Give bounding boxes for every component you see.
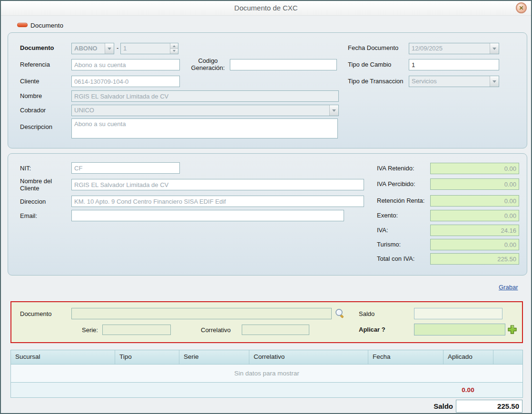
spinner-up-icon bbox=[170, 43, 178, 49]
direccion-input[interactable] bbox=[71, 196, 364, 207]
close-button[interactable]: ✕ bbox=[516, 2, 527, 13]
tipo-documento-value: ABONO bbox=[72, 43, 105, 54]
total-con-iva-field bbox=[430, 253, 519, 265]
exento-field bbox=[430, 210, 519, 221]
cobrador-value: UNICO bbox=[72, 105, 329, 116]
close-icon: ✕ bbox=[519, 5, 523, 11]
descripcion-textarea[interactable]: Abono a su cuenta bbox=[71, 118, 338, 138]
grabar-link[interactable]: Grabar bbox=[499, 284, 518, 291]
grid-empty-message: Sin datos para mostrar bbox=[11, 365, 522, 383]
iva-retenido-label: IVA Retenido: bbox=[377, 165, 414, 172]
tipo-transaccion-value: Servicios bbox=[409, 76, 490, 87]
fecha-documento-value: 12/09/2025 bbox=[409, 43, 490, 54]
direccion-label: Direccion bbox=[20, 198, 46, 205]
aplicar-input[interactable] bbox=[414, 324, 505, 335]
dash-separator: - bbox=[117, 44, 118, 51]
col-tipo[interactable]: Tipo bbox=[115, 350, 179, 364]
nombre-cliente-label: Nombre del Cliente bbox=[20, 177, 62, 192]
chevron-down-icon bbox=[105, 43, 114, 54]
col-fecha[interactable]: Fecha bbox=[368, 350, 443, 364]
tipo-transaccion-select: Servicios bbox=[409, 76, 499, 87]
exento-label: Exento: bbox=[377, 212, 398, 219]
fecha-documento-select: 12/09/2025 bbox=[409, 43, 499, 54]
cobrador-label: Cobrador bbox=[20, 107, 46, 114]
col-aplicado[interactable]: Aplicado bbox=[443, 350, 493, 364]
col-extra bbox=[493, 350, 522, 364]
retencion-renta-field bbox=[430, 195, 519, 207]
correlativo-input[interactable] bbox=[242, 325, 309, 335]
documents-grid: Sucursal Tipo Serie Correlativo Fecha Ap… bbox=[10, 350, 523, 398]
descripcion-label: Descripcion bbox=[20, 123, 52, 130]
col-correlativo[interactable]: Correlativo bbox=[249, 350, 368, 364]
grid-footer-row: 0.00 bbox=[11, 383, 522, 397]
iva-percibido-field bbox=[430, 178, 519, 190]
apply-documento-input[interactable] bbox=[71, 308, 332, 319]
chevron-down-icon bbox=[490, 76, 499, 87]
dialog-title: Documento de CXC bbox=[1, 1, 531, 15]
codigo-generacion-label: Codigo Generación: bbox=[188, 57, 228, 71]
documento-label: Documento bbox=[20, 44, 54, 51]
cliente-input[interactable] bbox=[71, 76, 180, 87]
saldo-total-value: 225.50 bbox=[456, 400, 522, 413]
col-serie[interactable]: Serie bbox=[179, 350, 249, 364]
apply-documento-label: Documento bbox=[20, 310, 51, 317]
tipo-cambio-input[interactable] bbox=[409, 59, 499, 70]
nombre-cliente-input[interactable] bbox=[71, 179, 364, 190]
turismo-field bbox=[430, 239, 519, 250]
total-con-iva-label: Total con IVA: bbox=[377, 255, 414, 262]
fecha-documento-label: Fecha Documento bbox=[348, 44, 398, 51]
nombre-label: Nombre bbox=[20, 92, 42, 99]
aplicar-label: Aplicar ? bbox=[359, 326, 385, 333]
saldo-total-label: Saldo bbox=[405, 402, 453, 410]
tipo-cambio-label: Tipo de Cambio bbox=[348, 61, 391, 68]
correlativo-label: Correlativo bbox=[201, 326, 231, 334]
referencia-label: Referencia bbox=[20, 61, 50, 68]
email-label: Email: bbox=[20, 212, 37, 219]
aplicado-total: 0.00 bbox=[443, 383, 493, 397]
turismo-label: Turismo: bbox=[377, 241, 401, 248]
cobrador-select: UNICO bbox=[71, 105, 339, 116]
iva-field bbox=[430, 225, 519, 236]
add-plus-icon[interactable] bbox=[507, 325, 517, 336]
referencia-input[interactable] bbox=[71, 59, 180, 70]
iva-label: IVA: bbox=[377, 227, 388, 234]
email-input[interactable] bbox=[71, 210, 344, 221]
serie-label: Serie: bbox=[82, 326, 98, 334]
codigo-generacion-input[interactable] bbox=[230, 59, 337, 70]
serie-input[interactable] bbox=[102, 325, 171, 335]
nit-label: NIT: bbox=[20, 165, 31, 172]
retencion-renta-label: Retención Renta: bbox=[377, 197, 424, 204]
search-icon[interactable] bbox=[335, 308, 346, 321]
title-bar: Documento de CXC bbox=[1, 1, 531, 16]
nombre-input bbox=[71, 90, 339, 102]
collapse-minus-icon[interactable] bbox=[17, 23, 28, 27]
chevron-down-icon bbox=[329, 105, 338, 116]
section-header-label: Documento bbox=[30, 22, 63, 29]
cxc-dialog-window: Documento de CXC ✕ Documento Documento A… bbox=[0, 0, 532, 414]
col-sucursal[interactable]: Sucursal bbox=[11, 350, 115, 364]
iva-retenido-field bbox=[430, 163, 519, 174]
documento-numero-stepper: 1 bbox=[120, 43, 178, 54]
cliente-label: Cliente bbox=[20, 78, 39, 85]
chevron-down-icon bbox=[490, 43, 499, 54]
apply-saldo-input[interactable] bbox=[414, 308, 502, 319]
nit-input[interactable] bbox=[71, 162, 180, 174]
spinner-down-icon bbox=[170, 49, 178, 54]
tipo-documento-select: ABONO bbox=[71, 43, 114, 54]
tipo-transaccion-label: Tipo de Transaccion bbox=[348, 78, 404, 85]
iva-percibido-label: IVA Percibido: bbox=[377, 180, 415, 187]
documento-numero-value: 1 bbox=[121, 43, 170, 54]
apply-saldo-label: Saldo bbox=[359, 310, 374, 317]
grid-header-row: Sucursal Tipo Serie Correlativo Fecha Ap… bbox=[11, 350, 522, 365]
